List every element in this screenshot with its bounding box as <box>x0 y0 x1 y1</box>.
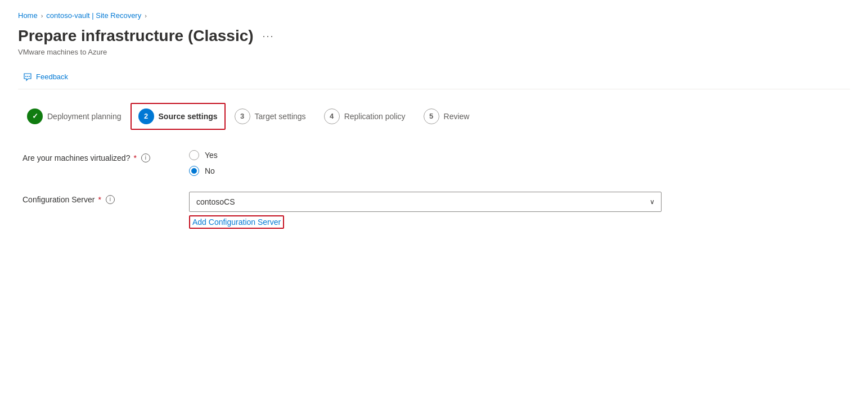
svg-point-0 <box>25 76 26 77</box>
radio-no[interactable]: No <box>189 166 218 176</box>
required-star-config: * <box>98 195 101 204</box>
wizard-step-replication-policy[interactable]: 4 Replication policy <box>315 103 415 130</box>
feedback-button[interactable]: Feedback <box>18 70 73 84</box>
wizard-step-review[interactable]: 5 Review <box>415 103 479 130</box>
radio-no-inner <box>191 168 197 174</box>
more-options-button[interactable]: ··· <box>260 29 277 43</box>
step-circle-4: 4 <box>324 108 340 124</box>
radio-yes-button[interactable] <box>189 150 199 160</box>
step-label-4: Replication policy <box>344 112 406 121</box>
add-config-server-wrapper: Add Configuration Server <box>189 215 284 229</box>
step-label-3: Target settings <box>255 112 306 121</box>
breadcrumb-sep-1: › <box>41 12 43 19</box>
feedback-icon <box>23 72 33 82</box>
radio-no-label: No <box>205 166 215 175</box>
svg-point-2 <box>29 76 30 77</box>
virtualized-radio-group: Yes No <box>189 150 218 176</box>
breadcrumb-vault[interactable]: contoso-vault | Site Recovery <box>46 11 141 20</box>
wizard-step-source-settings[interactable]: 2 Source settings <box>131 103 226 130</box>
toolbar: Feedback <box>18 65 850 89</box>
wizard-steps: ✓ Deployment planning 2 Source settings … <box>18 103 850 130</box>
config-server-info-icon[interactable]: i <box>106 195 115 204</box>
config-server-label: Configuration Server * i <box>23 192 180 204</box>
step-circle-2: 2 <box>138 108 154 124</box>
virtualized-label: Are your machines virtualized? * i <box>23 150 180 162</box>
step-circle-5: 5 <box>424 108 439 124</box>
radio-yes[interactable]: Yes <box>189 150 218 160</box>
radio-yes-label: Yes <box>205 151 218 160</box>
step-label-2: Source settings <box>159 112 218 121</box>
wizard-step-deployment-planning[interactable]: ✓ Deployment planning <box>18 103 131 130</box>
page-title: Prepare infrastructure (Classic) <box>18 26 254 46</box>
wizard-step-target-settings[interactable]: 3 Target settings <box>226 103 315 130</box>
form-section: Are your machines virtualized? * i Yes N… <box>18 150 850 229</box>
required-star-virtualized: * <box>133 153 136 162</box>
step-label-5: Review <box>444 112 470 121</box>
step-label-1: Deployment planning <box>47 112 122 121</box>
virtualized-info-icon[interactable]: i <box>141 153 150 162</box>
page-header: Prepare infrastructure (Classic) ··· VMw… <box>18 26 850 56</box>
breadcrumb: Home › contoso-vault | Site Recovery › <box>18 11 850 20</box>
breadcrumb-sep-2: › <box>145 12 147 19</box>
config-server-dropdown-container: contosoCS ∨ <box>189 192 662 212</box>
step-circle-3: 3 <box>235 108 250 124</box>
step-circle-1: ✓ <box>27 108 43 124</box>
page-subtitle: VMware machines to Azure <box>18 48 850 56</box>
config-server-dropdown[interactable]: contosoCS <box>189 192 662 212</box>
radio-no-button[interactable] <box>189 166 199 176</box>
breadcrumb-home[interactable]: Home <box>18 11 38 20</box>
virtualized-row: Are your machines virtualized? * i Yes N… <box>23 150 850 176</box>
add-config-server-link[interactable]: Add Configuration Server <box>192 218 281 227</box>
feedback-label: Feedback <box>36 73 68 81</box>
svg-point-1 <box>27 76 28 77</box>
config-server-row: Configuration Server * i contosoCS ∨ Add… <box>23 192 850 229</box>
config-server-controls: contosoCS ∨ Add Configuration Server <box>189 192 662 229</box>
